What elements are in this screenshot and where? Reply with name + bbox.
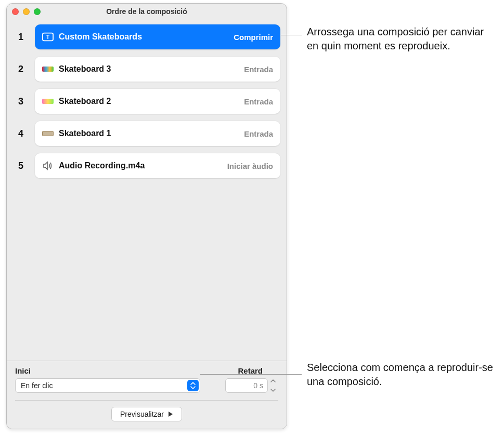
delay-value: 0 s <box>253 381 263 390</box>
bottom-controls: Inici En fer clic Retard 0 s <box>7 361 287 429</box>
build-item[interactable]: Skateboard 2 Entrada <box>35 89 280 114</box>
build-row: 3 Skateboard 2 Entrada <box>13 89 280 114</box>
chevron-up-down-icon <box>187 380 199 391</box>
build-item-action: Comprimir <box>234 33 273 42</box>
build-item[interactable]: Audio Recording.m4a Iniciar àudio <box>35 153 280 178</box>
build-item[interactable]: Skateboard 1 Entrada <box>35 121 280 146</box>
titlebar: Ordre de la composició <box>7 4 287 19</box>
build-row: 1 T Custom Skateboards Comprimir <box>13 24 280 49</box>
build-item[interactable]: Skateboard 3 Entrada <box>35 57 280 82</box>
build-item-title: Skateboard 3 <box>59 64 239 74</box>
callout-line <box>200 374 302 375</box>
build-item-title: Skateboard 1 <box>59 129 239 138</box>
window-controls <box>12 8 41 15</box>
build-item-title: Custom Skateboards <box>59 32 228 42</box>
build-index: 3 <box>13 96 29 107</box>
speaker-icon <box>42 162 54 170</box>
build-index: 1 <box>13 32 29 43</box>
build-item-action: Iniciar àudio <box>227 162 273 170</box>
window-title: Ordre de la composició <box>7 7 287 16</box>
build-order-window: Ordre de la composició 1 T Custom Skateb… <box>6 3 287 429</box>
chevron-up-icon <box>270 378 276 383</box>
build-row: 4 Skateboard 1 Entrada <box>13 121 280 146</box>
build-index: 5 <box>13 161 29 171</box>
close-window-button[interactable] <box>12 8 19 15</box>
delay-field[interactable]: 0 s <box>225 378 268 393</box>
build-item-action: Entrada <box>244 65 273 74</box>
callout-line <box>281 35 302 35</box>
skateboard-thumb-icon <box>42 65 54 73</box>
svg-text:T: T <box>46 34 50 40</box>
textbox-icon: T <box>42 33 54 41</box>
preview-button-label: Previsualitzar <box>120 410 164 418</box>
delay-stepper[interactable] <box>270 378 278 393</box>
minimize-window-button[interactable] <box>23 8 30 15</box>
build-item-title: Audio Recording.m4a <box>59 161 222 170</box>
callout-start: Selecciona com comença a reproduir-se un… <box>307 361 499 389</box>
skateboard-thumb-icon <box>42 97 54 105</box>
build-item-action: Entrada <box>244 97 273 106</box>
build-row: 2 Skateboard 3 Entrada <box>13 57 280 82</box>
start-label: Inici <box>15 366 200 375</box>
start-select[interactable]: En fer clic <box>15 378 200 393</box>
build-index: 2 <box>13 64 29 75</box>
callout-drag: Arrossega una composició per canviar en … <box>307 25 494 53</box>
zoom-window-button[interactable] <box>34 8 41 15</box>
chevron-down-icon <box>270 388 276 393</box>
build-item-action: Entrada <box>244 129 273 138</box>
build-item[interactable]: T Custom Skateboards Comprimir <box>35 24 280 49</box>
preview-button[interactable]: Previsualitzar <box>111 407 182 421</box>
start-select-value: En fer clic <box>21 381 53 390</box>
build-list: 1 T Custom Skateboards Comprimir 2 Skate… <box>7 19 287 361</box>
skateboard-thumb-icon <box>42 129 54 138</box>
build-row: 5 Audio Recording.m4a Iniciar àudio <box>13 153 280 178</box>
build-index: 4 <box>13 128 29 139</box>
build-item-title: Skateboard 2 <box>59 97 239 106</box>
play-icon <box>168 411 173 417</box>
divider <box>15 400 278 401</box>
